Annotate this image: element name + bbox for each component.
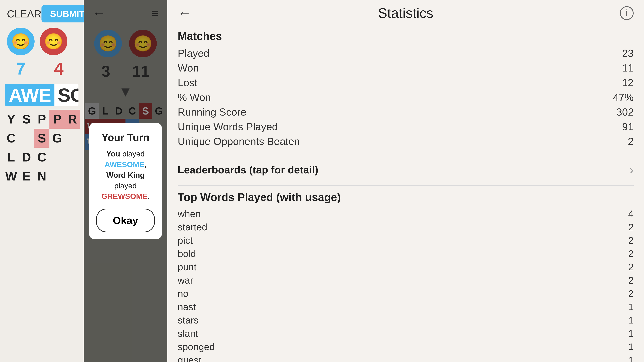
word-sponged: sponged 1 <box>178 340 634 353</box>
dialog-grewsome: GREWSOME <box>102 192 148 201</box>
word-nast: nast 1 <box>178 300 634 314</box>
stats-back-button[interactable]: ← <box>178 5 192 21</box>
word-punt: punt 2 <box>178 260 634 274</box>
avatar-red-left: 😊 <box>40 28 68 55</box>
cell-d[interactable]: D <box>19 148 34 167</box>
word-stars: stars 1 <box>178 314 634 327</box>
grid-left: Y S P P R C S G L D C W E N <box>4 110 80 186</box>
word-slant: slant 1 <box>178 327 634 340</box>
word-started: started 2 <box>178 220 634 234</box>
word-display: AWE SOME <box>5 84 78 106</box>
leaderboards-chevron-icon: › <box>630 163 634 177</box>
stat-running-value: 302 <box>616 106 634 118</box>
cell-l[interactable]: L <box>4 148 19 167</box>
word-sponged-label: sponged <box>178 341 215 352</box>
stat-opponents-label: Unique Opponents Beaten <box>178 135 300 147</box>
stats-title: Statistics <box>378 5 433 21</box>
dialog-played1: played <box>120 150 145 158</box>
word-nast-label: nast <box>178 301 196 313</box>
stat-pct-won: % Won 47% <box>178 90 634 105</box>
stat-lost: Lost 12 <box>178 75 634 90</box>
grid-row-4: W E N <box>4 167 80 186</box>
dialog-awesome: AWESOME <box>104 160 144 169</box>
cell-g[interactable]: G <box>50 129 65 148</box>
cell-w[interactable]: W <box>4 167 19 186</box>
word-no-count: 2 <box>628 288 634 299</box>
word-punt-count: 2 <box>628 261 634 273</box>
stat-won-value: 11 <box>622 62 634 74</box>
cell-y[interactable]: Y <box>4 110 19 129</box>
avatar-blue-left: 😊 <box>7 28 34 55</box>
word-when: when 4 <box>178 207 634 220</box>
cell-s[interactable]: S <box>19 110 34 129</box>
cell-c2[interactable]: C <box>34 148 50 167</box>
matches-section-title: Matches <box>178 30 634 42</box>
dialog-comma: , <box>144 160 146 169</box>
grid-row-2: C S G <box>4 129 80 148</box>
word-rest-part: SOME <box>54 84 78 106</box>
word-when-label: when <box>178 208 201 219</box>
dialog-overlay: Your Turn You played AWESOME, Word King … <box>84 0 167 362</box>
word-quest: quest 1 <box>178 353 634 362</box>
grid-row-3: L D C <box>4 148 80 167</box>
cell-p2[interactable]: P <box>50 110 65 129</box>
word-punt-label: punt <box>178 261 196 273</box>
cell-e[interactable]: E <box>19 167 34 186</box>
stat-unique-words-value: 91 <box>622 121 634 133</box>
dialog-played2: played <box>114 182 137 190</box>
leaderboards-row[interactable]: Leaderboards (tap for detail) › <box>178 159 634 180</box>
info-button[interactable]: i <box>620 6 634 20</box>
stat-won: Won 11 <box>178 61 634 75</box>
dialog-body: You played AWESOME, Word King played GRE… <box>96 149 155 202</box>
clear-button[interactable]: CLEAR <box>7 8 42 20</box>
word-war-label: war <box>178 275 193 286</box>
stat-pct-won-label: % Won <box>178 91 211 103</box>
word-highlight-text: AWE <box>9 84 51 106</box>
game-panel-left: CLEAR SUBMIT 😊 😊 7 4 AWE SOME Y S P P R … <box>0 0 84 362</box>
word-pict-label: pict <box>178 235 193 246</box>
okay-button[interactable]: Okay <box>96 209 155 232</box>
divider-2 <box>178 185 634 186</box>
leaderboards-label: Leaderboards (tap for detail) <box>178 164 318 176</box>
dialog-box: Your Turn You played AWESOME, Word King … <box>89 123 162 239</box>
stat-played: Played 23 <box>178 46 634 61</box>
word-rest-text: SOME <box>58 84 78 106</box>
stat-won-label: Won <box>178 62 199 74</box>
word-started-label: started <box>178 221 207 233</box>
cell-p[interactable]: P <box>34 110 50 129</box>
statistics-panel: ← Statistics i Matches Played 23 Won 11 … <box>167 0 644 362</box>
stat-running-score: Running Score 302 <box>178 105 634 119</box>
divider-1 <box>178 154 634 154</box>
stat-pct-won-value: 47% <box>613 91 634 103</box>
cell-empty-5 <box>50 167 65 186</box>
word-started-count: 2 <box>628 221 634 233</box>
score-red-left: 4 <box>45 59 72 79</box>
dialog-you: You <box>106 150 120 158</box>
word-no-label: no <box>178 288 188 299</box>
dialog-wordking: Word King <box>106 171 145 179</box>
word-bold-count: 2 <box>628 248 634 259</box>
dialog-title: Your Turn <box>96 131 155 143</box>
word-highlighted-part: AWE <box>5 84 54 106</box>
word-stars-count: 1 <box>628 315 634 326</box>
cell-empty-2 <box>65 129 80 148</box>
game-panel-middle: ← ≡ 😊 😊 3 11 ▼ G L D C S G W E N A G <box>84 0 167 362</box>
word-slant-count: 1 <box>628 328 634 339</box>
stat-unique-words: Unique Words Played 91 <box>178 119 634 134</box>
stat-running-label: Running Score <box>178 106 246 118</box>
stat-played-value: 23 <box>622 47 634 59</box>
word-stars-label: stars <box>178 315 198 326</box>
cell-c[interactable]: C <box>4 129 19 148</box>
cell-s2[interactable]: S <box>34 129 50 148</box>
word-sponged-count: 1 <box>628 341 634 352</box>
stat-played-label: Played <box>178 47 209 59</box>
scores-row-left: 7 4 <box>0 57 84 80</box>
cell-n[interactable]: N <box>34 167 50 186</box>
word-nast-count: 1 <box>628 301 634 313</box>
word-when-count: 4 <box>628 208 634 219</box>
dialog-period: . <box>148 192 150 201</box>
stat-opponents-beaten: Unique Opponents Beaten 2 <box>178 134 634 149</box>
cell-r[interactable]: R <box>65 110 80 129</box>
cell-empty-6 <box>65 167 80 186</box>
word-war-count: 2 <box>628 275 634 286</box>
